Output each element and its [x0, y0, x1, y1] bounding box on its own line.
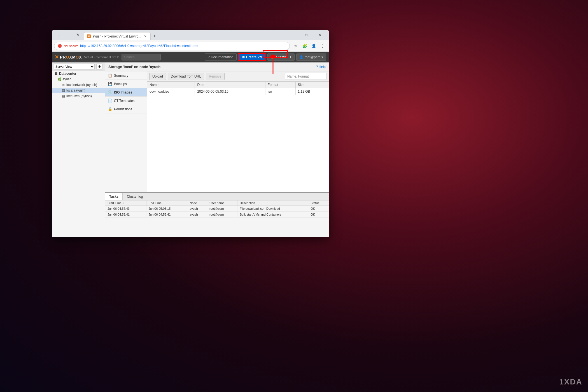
col-date: Date [195, 82, 265, 88]
tasks-col-desc: Description [237, 200, 308, 206]
sidebar-item-label: ayush [62, 77, 71, 81]
tab-close-button[interactable]: ✕ [143, 34, 148, 39]
browser-controls: ← → ↻ [55, 31, 82, 39]
security-icon: 🔴 [58, 44, 62, 48]
tasks-tabs: Tasks Cluster log [105, 193, 329, 200]
create-vm-icon: 🖥 [242, 55, 245, 59]
sidebar-item-localnetwork[interactable]: ⊞ localnetwork (ayush) [52, 82, 105, 88]
content-body: 📋 Summary 💾 Backups 💿 ISO Images 📄 [105, 71, 329, 192]
task-user: root@pam [207, 206, 237, 212]
nav-label-permissions: Permissions [114, 107, 132, 111]
user-menu-button[interactable]: 👤 root@pam ▾ [296, 53, 326, 61]
iso-icon: 💿 [108, 90, 112, 94]
xda-watermark: 1XDA [559, 377, 582, 386]
left-nav: 📋 Summary 💾 Backups 💿 ISO Images 📄 [105, 71, 147, 192]
tasks-col-user: User name [207, 200, 237, 206]
tabs-area: ✕ ayush - Proxmox Virtual Enviro... ✕ + [84, 30, 285, 40]
task-row[interactable]: Jun 06 04:52:41 Jun 06 04:52:41 ayush ro… [105, 212, 329, 218]
tasks-col-end: End Time [146, 200, 187, 206]
table-search-input[interactable] [285, 73, 327, 80]
extensions-button[interactable]: 🧩 [300, 42, 309, 50]
close-button[interactable]: ✕ [313, 31, 326, 39]
bookmark-button[interactable]: ☆ [291, 42, 300, 50]
table-container: Name Date Format Size download.iso 2024-… [147, 81, 329, 192]
sidebar-tree: 🖥 Datacenter 🌿 ayush ⊞ localnetwork (ayu… [52, 71, 105, 99]
version-text: Virtual Environment 8.2.2 [84, 55, 119, 59]
nav-item-backups[interactable]: 💾 Backups [105, 80, 147, 88]
task-user: root@pam [207, 212, 237, 218]
chevron-down-icon: ▾ [321, 55, 323, 59]
px-header: ✕ PROXMOX Virtual Environment 8.2.2 ? Do… [52, 52, 329, 62]
nav-label-ct-templates: CT Templates [114, 99, 135, 103]
create-ct-icon: 📦 [270, 55, 275, 59]
ct-templates-icon: 📄 [108, 99, 112, 103]
tasks-col-start: Start Time ↓ [105, 200, 146, 206]
tab-favicon: ✕ [87, 34, 91, 38]
table-row[interactable]: download.iso 2024-06-06 05:03:15 iso 1.1… [147, 88, 329, 95]
nav-label-iso: ISO Images [114, 90, 132, 94]
minimize-button[interactable]: — [286, 31, 299, 39]
sidebar-item-label: Datacenter [59, 72, 76, 76]
storage-icon: ▤ [61, 88, 65, 92]
browser-titlebar: ← → ↻ ✕ ayush - Proxmox Virtual Enviro..… [52, 30, 329, 40]
nav-item-iso-images[interactable]: 💿 ISO Images [105, 88, 147, 97]
task-desc: Bulk start VMs and Containers [237, 212, 308, 218]
documentation-button[interactable]: ? Documentation [205, 53, 236, 61]
nav-item-permissions[interactable]: 🔒 Permissions [105, 105, 147, 113]
content-header: Storage 'local' on node 'ayush' ? Help [105, 62, 329, 71]
tab-title: ayush - Proxmox Virtual Enviro... [92, 34, 141, 38]
forward-button[interactable]: → [64, 31, 73, 39]
right-panel: Upload Download from URL Remove [147, 71, 329, 192]
create-ct-button[interactable]: 📦 Create CT [267, 53, 294, 61]
col-name: Name [147, 82, 195, 88]
permissions-icon: 🔒 [108, 107, 112, 111]
page-title: Storage 'local' on node 'ayush' [108, 65, 161, 69]
backups-icon: 💾 [108, 82, 112, 86]
cell-format: iso [265, 88, 295, 95]
back-button[interactable]: ← [55, 31, 63, 39]
global-search-input[interactable] [122, 54, 161, 60]
col-size: Size [295, 82, 329, 88]
sidebar-item-datacenter[interactable]: 🖥 Datacenter [52, 71, 105, 76]
task-desc: File download.iso - Download [237, 206, 308, 212]
menu-button[interactable]: ⋮ [318, 42, 327, 50]
address-bar[interactable]: 🔴 Not secure https://192.168.29.92:8006/… [54, 42, 290, 50]
url-text: https://192.168.29.92:8006/#v1:0:=storag… [80, 44, 286, 48]
task-end: Jun 06 05:03:15 [146, 206, 187, 212]
px-main: Server View ⚙ 🖥 Datacenter 🌿 ayush ⊞ [52, 62, 329, 237]
task-start: Jun 06 04:52:41 [105, 212, 146, 218]
px-sidebar: Server View ⚙ 🖥 Datacenter 🌿 ayush ⊞ [52, 62, 105, 237]
sidebar-item-local[interactable]: ▤ local (ayush) [52, 88, 105, 93]
nav-item-summary[interactable]: 📋 Summary [105, 71, 147, 80]
task-row[interactable]: Jun 06 04:57:43 Jun 06 05:03:15 ayush ro… [105, 206, 329, 212]
doc-icon: ? [208, 55, 210, 59]
help-button[interactable]: ? Help [316, 65, 326, 69]
create-vm-button[interactable]: 🖥 Create VM [238, 53, 266, 61]
browser-tab[interactable]: ✕ ayush - Proxmox Virtual Enviro... ✕ [84, 32, 151, 40]
task-node: ayush [187, 206, 207, 212]
download-url-button[interactable]: Download from URL [168, 73, 204, 80]
task-end: Jun 06 04:52:41 [146, 212, 187, 218]
maximize-button[interactable]: □ [300, 31, 313, 39]
remove-button[interactable]: Remove [206, 73, 225, 80]
task-status: OK [308, 212, 329, 218]
proxmox-app: ✕ PROXMOX Virtual Environment 8.2.2 ? Do… [52, 52, 329, 237]
sidebar-item-local-lvm[interactable]: ▤ local-lvm (ayush) [52, 93, 105, 99]
tasks-area: Tasks Cluster log Start Time ↓ End Time … [105, 192, 329, 237]
tab-cluster-log[interactable]: Cluster log [123, 193, 147, 200]
browser-addressbar: 🔴 Not secure https://192.168.29.92:8006/… [52, 40, 329, 52]
server-view-select[interactable]: Server View [54, 64, 95, 70]
upload-button[interactable]: Upload [149, 73, 166, 80]
tab-tasks[interactable]: Tasks [105, 193, 123, 200]
browser-window: ← → ↻ ✕ ayush - Proxmox Virtual Enviro..… [52, 30, 329, 237]
toolbar-search [285, 73, 327, 80]
sidebar-item-label: local (ayush) [66, 88, 85, 92]
reload-button[interactable]: ↻ [74, 31, 82, 39]
new-tab-button[interactable]: + [151, 32, 158, 40]
nav-item-ct-templates[interactable]: 📄 CT Templates [105, 97, 147, 105]
datacenter-icon: 🖥 [54, 72, 58, 76]
profile-button[interactable]: 👤 [309, 42, 318, 50]
sidebar-item-ayush[interactable]: 🌿 ayush [52, 76, 105, 82]
help-icon: ? [316, 65, 318, 69]
sidebar-gear-button[interactable]: ⚙ [96, 64, 102, 70]
